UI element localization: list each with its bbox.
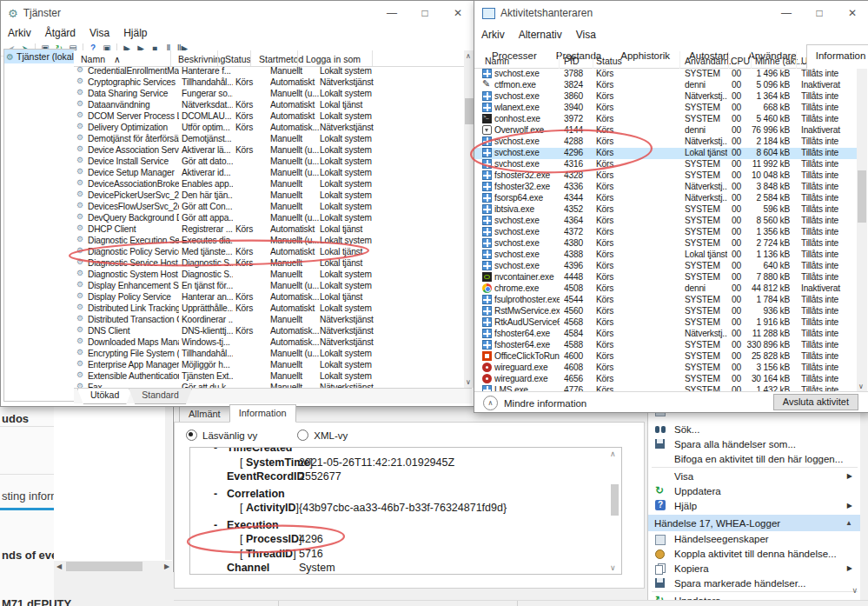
- column-header-namn[interactable]: Namn: [81, 54, 105, 64]
- scrollbar-thumb[interactable]: [858, 170, 866, 223]
- service-row[interactable]: ⚙Diagnostic Policy ServiceMed tjänste...…: [74, 247, 464, 258]
- tab-standard[interactable]: Standard: [129, 389, 192, 404]
- close-icon[interactable]: ✕: [836, 1, 868, 25]
- service-row[interactable]: ⚙DNS ClientDNS-klienttj...KörsAutomatisk…: [74, 326, 464, 337]
- process-row[interactable]: svchost.exe4364KörsSYSTEM008 560 kBTillå…: [474, 216, 857, 227]
- action-item[interactable]: Uppdatera: [648, 483, 861, 498]
- action-item[interactable]: Visa▶: [648, 469, 861, 483]
- process-row[interactable]: wireguard.exe4656KörsSYSTEM0030 164 kBTi…: [474, 374, 857, 385]
- service-row[interactable]: ⚙Downloaded Maps ManagerWindows-tj...Aut…: [74, 337, 464, 349]
- action-item[interactable]: Händelseegenskaper: [648, 531, 861, 546]
- tab-allmant[interactable]: Allmänt: [179, 406, 230, 423]
- tab-information[interactable]: Information: [806, 44, 868, 69]
- xml-view-radio[interactable]: [297, 430, 308, 441]
- process-row[interactable]: svchost.exe4380KörsSYSTEM002 724 kBTillå…: [474, 238, 857, 250]
- service-row[interactable]: ⚙CredentialEnrollmentMana...Hanterare f.…: [74, 66, 464, 77]
- scrollbar-thumb[interactable]: [611, 484, 619, 516]
- minimize-icon[interactable]: ―: [375, 1, 408, 25]
- process-row[interactable]: fsorsp64.exe4344KörsNätverkstj...002 584…: [474, 193, 857, 204]
- close-icon[interactable]: ✕: [441, 1, 474, 25]
- scroll-up-icon[interactable]: ∧: [610, 450, 616, 458]
- service-row[interactable]: ⚙DevicePickerUserSvc_2e3e6Den här tjän..…: [74, 190, 464, 202]
- service-row[interactable]: ⚙Encrypting File System (EFS)Tillhandahå…: [74, 349, 464, 360]
- scroll-down-icon[interactable]: ∨: [851, 586, 858, 595]
- scroll-left-icon[interactable]: ◀: [54, 561, 64, 572]
- service-row[interactable]: ⚙Delivery OptimizationUtför optim...Körs…: [74, 123, 464, 134]
- action-item[interactable]: Koppla aktivitet till denna händelse...: [648, 546, 861, 561]
- event-box-scrollbar[interactable]: ∧ ∨: [608, 448, 621, 574]
- service-row[interactable]: ⚙DHCP ClientRegistrerar ...KörsAutomatis…: [74, 224, 464, 236]
- scrollbar-thumb[interactable]: [465, 98, 474, 124]
- menu-item-visa[interactable]: Visa: [83, 25, 116, 41]
- service-row[interactable]: ⚙Diagnostic Execution ServiceExecutes di…: [74, 236, 464, 247]
- friendly-view-radio[interactable]: [186, 430, 197, 441]
- actions-section-header[interactable]: Händelse 17, WHEA-Logger▲: [648, 515, 861, 531]
- scroll-down-icon[interactable]: ∨: [858, 383, 864, 390]
- process-row[interactable]: svchost.exe3860KörsNätverkstj...001 364 …: [474, 91, 857, 103]
- process-row[interactable]: svchost.exe4316KörsSYSTEM0011 992 kBTill…: [474, 159, 857, 170]
- column-header-logga-in-som[interactable]: Logga in som: [306, 54, 361, 64]
- minimize-icon[interactable]: ―: [770, 1, 803, 25]
- maximize-icon[interactable]: □: [408, 1, 441, 25]
- service-row[interactable]: ⚙Diagnostic Service HostDiagnostic S...K…: [74, 258, 464, 270]
- maximize-icon[interactable]: □: [803, 1, 836, 25]
- process-row[interactable]: svchost.exe4288KörsNätverkstj...002 184 …: [474, 137, 857, 148]
- service-row[interactable]: ⚙DevQuery Background Disc...Gör att appa…: [74, 213, 464, 224]
- menu-item-visa[interactable]: Visa: [569, 27, 603, 43]
- action-item[interactable]: Kopiera▶: [648, 561, 861, 576]
- column-header-namn[interactable]: Namn: [485, 56, 509, 66]
- process-row[interactable]: conhost.exe3972KörsSYSTEM005 460 kBTillå…: [474, 114, 857, 125]
- process-row[interactable]: svchost.exe4296KörsLokal tjänst008 604 k…: [474, 148, 857, 159]
- tab-information[interactable]: Information: [229, 404, 296, 423]
- scroll-right-icon[interactable]: ▶: [162, 561, 172, 572]
- menu-item-alternativ[interactable]: Alternativ: [512, 27, 569, 43]
- column-header-status[interactable]: Status: [225, 54, 251, 64]
- process-row[interactable]: fshoster32.exe4328KörsSYSTEM0010 048 kBT…: [474, 170, 857, 182]
- action-item[interactable]: Hjälp▶: [648, 498, 861, 513]
- process-row[interactable]: wlanext.exe3940KörsSYSTEM00668 kBTillåts…: [474, 103, 857, 114]
- menu-item-arkiv[interactable]: Arkiv: [1, 25, 38, 41]
- process-row[interactable]: svchost.exe4388KörsLokal tjänst001 136 k…: [474, 250, 857, 261]
- horizontal-scrollbar[interactable]: ◀ ▶: [54, 561, 172, 572]
- scroll-up-icon[interactable]: ∧: [466, 52, 471, 60]
- process-row[interactable]: svchost.exe4372KörsSYSTEM001 356 kBTillå…: [474, 227, 857, 238]
- action-item[interactable]: Uppdatera: [648, 593, 861, 600]
- process-row[interactable]: wireguard.exe4608KörsSYSTEM003 156 kBTil…: [474, 363, 857, 374]
- service-row[interactable]: ⚙DevicesFlowUserSvc_2e3e6Gör att Con...M…: [74, 202, 464, 213]
- service-row[interactable]: ⚙Extensible Authentication P...Tjänsten …: [74, 371, 464, 383]
- column-header-beskrivning[interactable]: Beskrivning: [178, 54, 225, 64]
- service-row[interactable]: ⚙Diagnostic System HostDiagnostic S...Ma…: [74, 270, 464, 281]
- process-row[interactable]: RstMwService.exe4560KörsSYSTEM00936 kBTi…: [474, 306, 857, 317]
- tree-item-services-local[interactable]: ⚙ Tjänster (lokala): [4, 50, 74, 63]
- service-row[interactable]: ⚙Display Enhancement ServiceEn tjänst fö…: [74, 281, 464, 292]
- scroll-down-icon[interactable]: ∨: [466, 378, 471, 386]
- process-row[interactable]: ibtsiva.exe4352KörsSYSTEM00596 kBTillåts…: [474, 204, 857, 216]
- service-row[interactable]: ⚙Device Install ServiceGör att dato...Ma…: [74, 156, 464, 168]
- menu-item-åtgärd[interactable]: Åtgärd: [38, 25, 83, 41]
- column-header-cpu[interactable]: CPU: [731, 56, 750, 66]
- services-titlebar[interactable]: ⚙ Tjänster ― □ ✕: [1, 1, 474, 25]
- process-row[interactable]: fsulprothoster.exe4544KörsSYSTEM001 784 …: [474, 295, 857, 306]
- process-row[interactable]: fshoster64.exe4584KörsNätverkstj...0011 …: [474, 329, 857, 340]
- menu-item-hjälp[interactable]: Hjälp: [116, 25, 154, 41]
- column-header-minne[interactable]: Minne (akt...: [755, 56, 805, 66]
- service-row[interactable]: ⚙Distributed Link Tracking Cli...Upprätt…: [74, 303, 464, 315]
- service-row[interactable]: ⚙Cryptographic ServicesTillhandahål...Kö…: [74, 77, 464, 89]
- taskmgr-titlebar[interactable]: Aktivitetshanteraren ― □ ✕: [474, 1, 868, 25]
- process-row[interactable]: OfficeClickToRun.exe4600KörsSYSTEM0025 8…: [474, 351, 857, 363]
- scroll-down-icon[interactable]: ∨: [610, 563, 616, 572]
- menu-item-arkiv[interactable]: Arkiv: [474, 27, 512, 43]
- process-row[interactable]: nvcontainer.exe4448KörsSYSTEM007 880 kBT…: [474, 272, 857, 283]
- service-row[interactable]: ⚙Device Setup ManagerAktiverar id...Manu…: [74, 168, 464, 179]
- end-task-button[interactable]: Avsluta aktivitet: [773, 394, 858, 410]
- service-row[interactable]: ⚙Demotjänst för återförsäljni...Demotjän…: [74, 134, 464, 145]
- action-item[interactable]: Sök...: [648, 422, 861, 436]
- process-row[interactable]: chrome.exe4508Körsdenni0044 812 kBInakti…: [474, 283, 857, 295]
- scrollbar-thumb[interactable]: [66, 562, 142, 571]
- process-row[interactable]: RtkAudUService64.exe4568KörsSYSTEM001 91…: [474, 317, 857, 329]
- service-row[interactable]: ⚙Display Policy ServiceHanterar an...Kör…: [74, 292, 464, 303]
- process-row[interactable]: fshoster32.exe4336KörsNätverkstj...003 8…: [474, 182, 857, 193]
- collapse-icon[interactable]: ▲: [845, 519, 852, 527]
- action-item[interactable]: Bifoga en aktivitet till den här loggen.…: [648, 451, 861, 466]
- process-row[interactable]: svchost.exe4396KörsSYSTEM00640 kBTillåts…: [474, 261, 857, 272]
